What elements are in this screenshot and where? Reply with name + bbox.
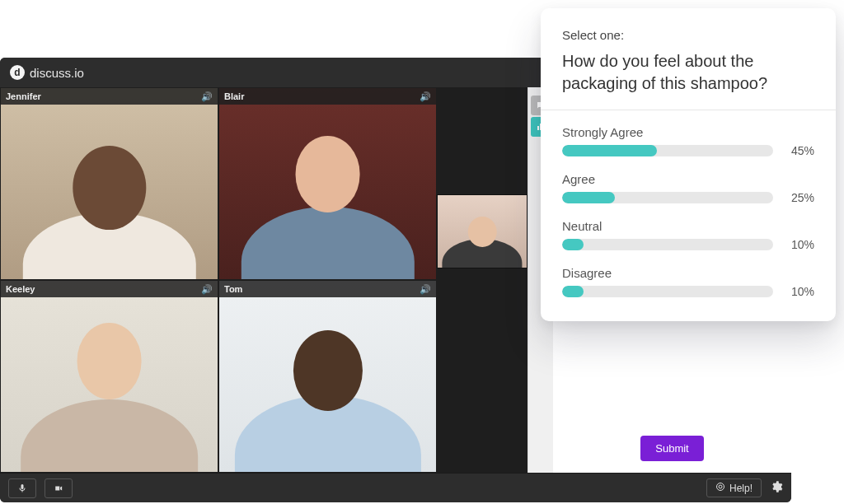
svg-rect-0 <box>537 126 539 130</box>
poll-bar-fill <box>562 192 615 203</box>
poll-bar-fill <box>562 145 657 156</box>
participant-name: Jennifer <box>6 91 41 101</box>
speaker-icon[interactable]: 🔊 <box>420 284 431 295</box>
poll-option-label: Disagree <box>562 266 612 280</box>
side-thumb-column <box>437 87 528 473</box>
participant-name: Keeley <box>6 284 35 294</box>
poll-option[interactable]: Neutral 10% <box>562 219 814 251</box>
tile-label-bar: Blair 🔊 <box>219 88 436 105</box>
divider <box>541 110 836 110</box>
life-ring-icon <box>715 482 725 494</box>
poll-bar <box>562 239 773 250</box>
brand-logo-icon: d <box>10 65 25 80</box>
help-button[interactable]: Help! <box>706 478 762 497</box>
tile-label-bar: Jennifer 🔊 <box>1 88 218 105</box>
microphone-button[interactable] <box>8 478 36 498</box>
speaker-icon[interactable]: 🔊 <box>420 91 431 102</box>
poll-percent: 10% <box>781 238 814 251</box>
poll-option[interactable]: Disagree 10% <box>562 266 814 298</box>
bottom-bar: Help! <box>0 473 791 502</box>
poll-option-label: Agree <box>562 172 595 186</box>
poll-percent: 45% <box>781 144 814 157</box>
participant-name: Blair <box>224 91 244 101</box>
video-thumbnail[interactable] <box>437 194 528 268</box>
video-tile[interactable]: Tom 🔊 <box>219 281 436 472</box>
speaker-icon[interactable]: 🔊 <box>201 91 213 102</box>
settings-gear-icon[interactable] <box>770 480 783 497</box>
svg-point-4 <box>719 485 722 488</box>
camera-button[interactable] <box>45 478 73 498</box>
participant-avatar <box>1 88 218 279</box>
poll-option-label: Strongly Agree <box>562 125 643 139</box>
poll-percent: 10% <box>781 285 814 298</box>
video-tile[interactable]: Keeley 🔊 <box>1 281 218 472</box>
poll-bar-fill <box>562 239 584 250</box>
speaker-icon[interactable]: 🔊 <box>201 284 213 295</box>
poll-bar <box>562 145 773 156</box>
tile-label-bar: Tom 🔊 <box>219 281 436 297</box>
brand: d discuss.io <box>10 65 84 80</box>
participant-avatar <box>219 88 436 279</box>
participant-avatar <box>1 281 218 472</box>
video-tile[interactable]: Blair 🔊 <box>219 88 436 279</box>
video-tile[interactable]: Jennifer 🔊 <box>1 88 218 279</box>
submit-button[interactable]: Submit <box>640 436 703 461</box>
poll-question: How do you feel about the packaging of t… <box>562 50 814 95</box>
poll-kicker: Select one: <box>562 28 814 42</box>
poll-card: Select one: How do you feel about the pa… <box>541 8 836 321</box>
brand-name: discuss.io <box>30 66 84 80</box>
poll-bar <box>562 286 773 297</box>
participant-avatar <box>219 281 436 472</box>
svg-point-3 <box>716 483 724 491</box>
poll-bar <box>562 192 773 203</box>
participant-name: Tom <box>224 284 242 294</box>
video-grid: Jennifer 🔊 Blair 🔊 <box>0 87 437 473</box>
tile-label-bar: Keeley 🔊 <box>1 281 218 297</box>
poll-percent: 25% <box>781 191 814 204</box>
poll-option[interactable]: Strongly Agree 45% <box>562 125 814 157</box>
poll-bar-fill <box>562 286 584 297</box>
poll-option[interactable]: Agree 25% <box>562 172 814 204</box>
poll-option-label: Neutral <box>562 219 602 233</box>
help-label: Help! <box>729 483 753 494</box>
video-area: Jennifer 🔊 Blair 🔊 <box>0 87 528 473</box>
